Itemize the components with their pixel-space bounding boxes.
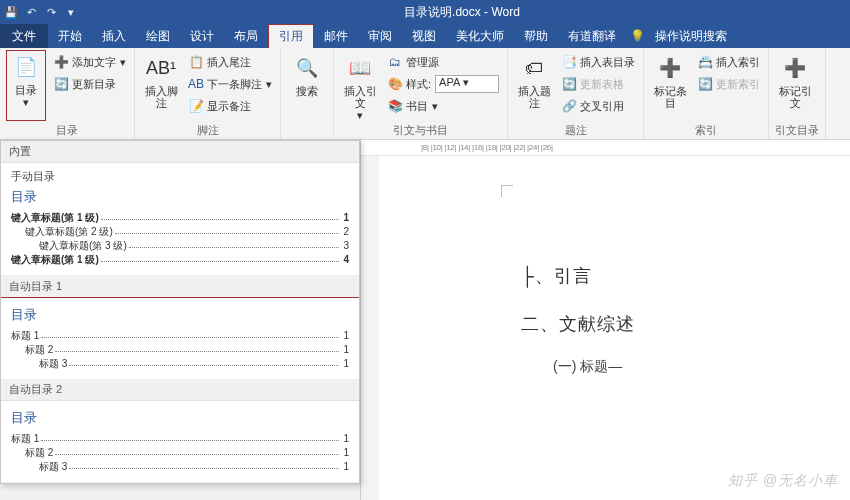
tab-insert[interactable]: 插入 (92, 24, 136, 48)
toc-line: 标题 21 (11, 446, 349, 460)
group-index: ➕ 标记条目 📇插入索引 🔄更新索引 索引 (644, 48, 769, 140)
add-text-button[interactable]: ➕添加文字 ▾ (52, 52, 128, 72)
title-bar: 💾 ↶ ↷ ▾ 目录说明.docx - Word (0, 0, 850, 24)
next-footnote-button[interactable]: AB下一条脚注 ▾ (187, 74, 274, 94)
manage-sources-button[interactable]: 🗂管理源 (386, 52, 501, 72)
insert-tof-button[interactable]: 📑插入表目录 (560, 52, 637, 72)
search-icon: 🔍 (293, 54, 321, 82)
quick-access-toolbar: 💾 ↶ ↷ ▾ (4, 5, 78, 19)
toc-gallery: 内置 手动目录 目录 键入章标题(第 1 级)1键入章标题(第 2 级)2键入章… (0, 140, 360, 484)
group-citation: 📖 插入引文▾ 🗂管理源 🎨 样式: APA ▾ 📚书目 ▾ 引文与书目 (334, 48, 508, 140)
toc-template-auto1-label: 自动目录 1 (1, 276, 359, 298)
tab-help[interactable]: 帮助 (514, 24, 558, 48)
tof-icon: 📑 (562, 55, 576, 69)
insert-caption-button[interactable]: 🏷 插入题注 (514, 50, 554, 121)
toc-line: 键入章标题(第 2 级)2 (11, 225, 349, 239)
save-icon[interactable]: 💾 (4, 5, 18, 19)
toc-icon: 📄 (12, 53, 40, 81)
plus-icon: ➕ (54, 55, 68, 69)
page[interactable]: ├、引言 二、文献综述 (一) 标题— (461, 200, 841, 376)
toc-line: 键入章标题(第 3 级)3 (11, 239, 349, 253)
tab-layout[interactable]: 布局 (224, 24, 268, 48)
biblio-icon: 📚 (388, 99, 402, 113)
search-button[interactable]: 🔍 搜索 (287, 50, 327, 124)
group-caption: 🏷 插入题注 📑插入表目录 🔄更新表格 🔗交叉引用 题注 (508, 48, 644, 140)
citation-style-row: 🎨 样式: APA ▾ (386, 74, 501, 94)
toc-line: 标题 11 (11, 329, 349, 343)
ruler-vertical[interactable] (361, 156, 379, 500)
citation-style-combo[interactable]: APA ▾ (435, 75, 499, 93)
toc-template-manual[interactable]: 手动目录 目录 键入章标题(第 1 级)1键入章标题(第 2 级)2键入章标题(… (1, 163, 359, 276)
ruler-horizontal[interactable]: |8| |10| |12| |14| |16| |18| |20| |22| |… (361, 140, 850, 156)
bibliography-button[interactable]: 📚书目 ▾ (386, 96, 501, 116)
tab-review[interactable]: 审阅 (358, 24, 402, 48)
caption-icon: 🏷 (520, 54, 548, 82)
endnote-icon: 📋 (189, 55, 203, 69)
insert-footnote-button[interactable]: AB¹ 插入脚注 (141, 50, 181, 121)
toc-template-auto2[interactable]: 目录 标题 11标题 21标题 31 (1, 401, 359, 483)
tab-mail[interactable]: 邮件 (314, 24, 358, 48)
window-title: 目录说明.docx - Word (78, 4, 846, 21)
toc-line: 标题 31 (11, 357, 349, 371)
tab-view[interactable]: 视图 (402, 24, 446, 48)
tab-youdao[interactable]: 有道翻译 (558, 24, 626, 48)
mark-icon: ➕ (656, 54, 684, 82)
toc-line: 键入章标题(第 1 级)4 (11, 253, 349, 267)
tab-references[interactable]: 引用 (268, 24, 314, 48)
toc-line: 标题 11 (11, 432, 349, 446)
footnote-icon: AB¹ (147, 54, 175, 82)
mark2-icon: ➕ (781, 54, 809, 82)
update-toc-button[interactable]: 🔄更新目录 (52, 74, 128, 94)
toc-button[interactable]: 📄 目录▾ (6, 50, 46, 121)
heading-2[interactable]: (一) 标题— (553, 358, 811, 376)
tab-home[interactable]: 开始 (48, 24, 92, 48)
note-icon: 📝 (189, 99, 203, 113)
watermark: 知乎 @无名小車 (728, 472, 838, 490)
style-icon: 🎨 (388, 77, 402, 91)
update-tof-button: 🔄更新表格 (560, 74, 637, 94)
insert-index-button[interactable]: 📇插入索引 (696, 52, 762, 72)
insert-endnote-button[interactable]: 📋插入尾注 (187, 52, 274, 72)
undo-icon[interactable]: ↶ (24, 5, 38, 19)
group-search: 🔍 搜索 (281, 48, 334, 140)
manage-icon: 🗂 (388, 55, 402, 69)
citation-icon: 📖 (346, 54, 374, 82)
heading-1[interactable]: 二、文献综述 (521, 312, 811, 336)
mark-entry-button[interactable]: ➕ 标记条目 (650, 50, 690, 121)
bulb-icon: 💡 (630, 29, 645, 43)
tab-draw[interactable]: 绘图 (136, 24, 180, 48)
cross-reference-button[interactable]: 🔗交叉引用 (560, 96, 637, 116)
tab-file[interactable]: 文件 (0, 24, 48, 48)
crop-mark (501, 185, 513, 197)
toc-line: 标题 31 (11, 460, 349, 474)
show-notes-button[interactable]: 📝显示备注 (187, 96, 274, 116)
ribbon: 📄 目录▾ ➕添加文字 ▾ 🔄更新目录 目录 AB¹ 插入脚注 📋插入尾注 AB… (0, 48, 850, 140)
document-area: |8| |10| |12| |14| |16| |18| |20| |22| |… (360, 140, 850, 500)
refresh-icon: 🔄 (54, 77, 68, 91)
redo-icon[interactable]: ↷ (44, 5, 58, 19)
tell-me[interactable]: 操作说明搜索 (645, 24, 737, 48)
tab-beautify[interactable]: 美化大师 (446, 24, 514, 48)
toc-line: 标题 21 (11, 343, 349, 357)
group-footnote: AB¹ 插入脚注 📋插入尾注 AB下一条脚注 ▾ 📝显示备注 脚注 (135, 48, 281, 140)
toc-template-auto1[interactable]: 目录 标题 11标题 21标题 31 (0, 297, 360, 380)
gallery-header-builtin: 内置 (1, 141, 359, 163)
insert-citation-button[interactable]: 📖 插入引文▾ (340, 50, 380, 121)
tab-design[interactable]: 设计 (180, 24, 224, 48)
qat-customize-icon[interactable]: ▾ (64, 5, 78, 19)
ribbon-tabs: 文件 开始 插入 绘图 设计 布局 引用 邮件 审阅 视图 美化大师 帮助 有道… (0, 24, 850, 48)
heading-1[interactable]: ├、引言 (521, 264, 811, 288)
update-index-button: 🔄更新索引 (696, 74, 762, 94)
index-icon: 📇 (698, 55, 712, 69)
xref-icon: 🔗 (562, 99, 576, 113)
mark-citation-button[interactable]: ➕ 标记引文 (775, 50, 815, 121)
group-toa: ➕ 标记引文 引文目录 (769, 48, 826, 140)
group-toc: 📄 目录▾ ➕添加文字 ▾ 🔄更新目录 目录 (0, 48, 135, 140)
toc-line: 键入章标题(第 1 级)1 (11, 211, 349, 225)
toc-template-auto2-label: 自动目录 2 (1, 379, 359, 401)
